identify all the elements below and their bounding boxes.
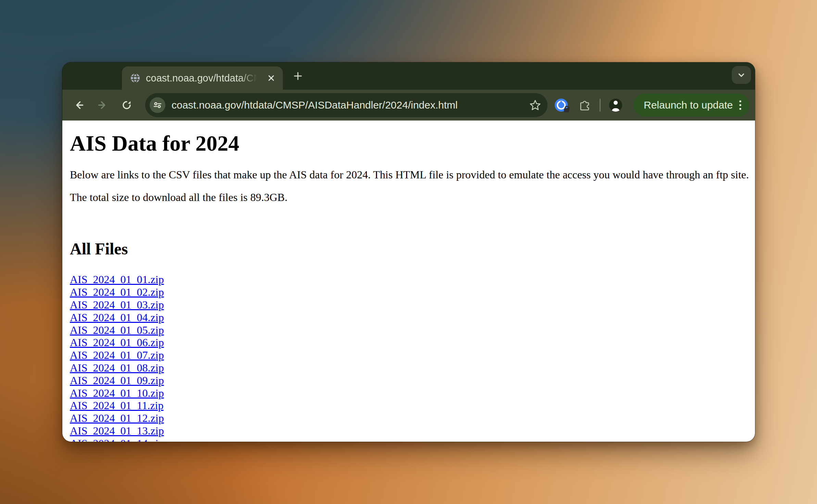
new-tab-icon[interactable]: [290, 68, 305, 84]
password-manager-logo: [555, 99, 568, 112]
file-link[interactable]: AIS_2024_01_09.zip: [70, 374, 750, 387]
star-icon[interactable]: [528, 98, 543, 113]
desktop-background: coast.noaa.gov/htdata/CMSP/: [0, 0, 817, 504]
browser-window: coast.noaa.gov/htdata/CMSP/: [62, 62, 755, 442]
back-icon[interactable]: [69, 96, 88, 115]
url-text: coast.noaa.gov/htdata/CMSP/AISDataHandle…: [172, 99, 528, 111]
profile-avatar: [609, 99, 622, 112]
password-manager-icon[interactable]: [552, 96, 571, 115]
toolbar-divider: [600, 99, 601, 112]
extensions-puzzle-icon[interactable]: [575, 96, 594, 115]
all-files-heading: All Files: [70, 239, 750, 258]
tab-strip: coast.noaa.gov/htdata/CMSP/: [62, 62, 755, 90]
file-link[interactable]: AIS_2024_01_10.zip: [70, 387, 750, 400]
file-link[interactable]: AIS_2024_01_04.zip: [70, 311, 750, 324]
intro-paragraph: Below are links to the CSV files that ma…: [70, 168, 750, 181]
file-link[interactable]: AIS_2024_01_14.zip: [70, 437, 750, 442]
globe-favicon: [129, 72, 141, 84]
relaunch-label: Relaunch to update: [644, 99, 733, 111]
kebab-menu-icon: [738, 99, 742, 111]
file-link[interactable]: AIS_2024_01_12.zip: [70, 412, 750, 425]
page-title: AIS Data for 2024: [70, 131, 750, 156]
browser-toolbar: coast.noaa.gov/htdata/CMSP/AISDataHandle…: [62, 90, 755, 121]
file-link[interactable]: AIS_2024_01_01.zip: [70, 273, 750, 286]
relaunch-to-update-button[interactable]: Relaunch to update: [633, 93, 749, 117]
lock-icon: [564, 108, 569, 112]
file-link[interactable]: AIS_2024_01_11.zip: [70, 399, 750, 412]
tab-title: coast.noaa.gov/htdata/CMSP/: [146, 73, 260, 84]
file-link[interactable]: AIS_2024_01_07.zip: [70, 349, 750, 362]
file-link[interactable]: AIS_2024_01_02.zip: [70, 286, 750, 299]
forward-icon[interactable]: [93, 96, 112, 115]
chevron-down-icon[interactable]: [732, 66, 751, 84]
close-icon[interactable]: [265, 72, 277, 84]
file-link[interactable]: AIS_2024_01_03.zip: [70, 299, 750, 311]
file-link[interactable]: AIS_2024_01_13.zip: [70, 425, 750, 437]
file-link-list: AIS_2024_01_01.zipAIS_2024_01_02.zipAIS_…: [70, 273, 750, 442]
file-link[interactable]: AIS_2024_01_06.zip: [70, 336, 750, 349]
tune-icon[interactable]: [150, 97, 165, 113]
browser-tab[interactable]: coast.noaa.gov/htdata/CMSP/: [122, 66, 283, 90]
web-page-content: AIS Data for 2024 Below are links to the…: [62, 121, 755, 442]
profile-icon[interactable]: [606, 96, 625, 115]
file-link[interactable]: AIS_2024_01_05.zip: [70, 324, 750, 337]
file-link[interactable]: AIS_2024_01_08.zip: [70, 362, 750, 374]
reload-icon[interactable]: [117, 96, 136, 115]
size-note: The total size to download all the files…: [70, 191, 750, 204]
address-bar[interactable]: coast.noaa.gov/htdata/CMSP/AISDataHandle…: [145, 93, 548, 117]
